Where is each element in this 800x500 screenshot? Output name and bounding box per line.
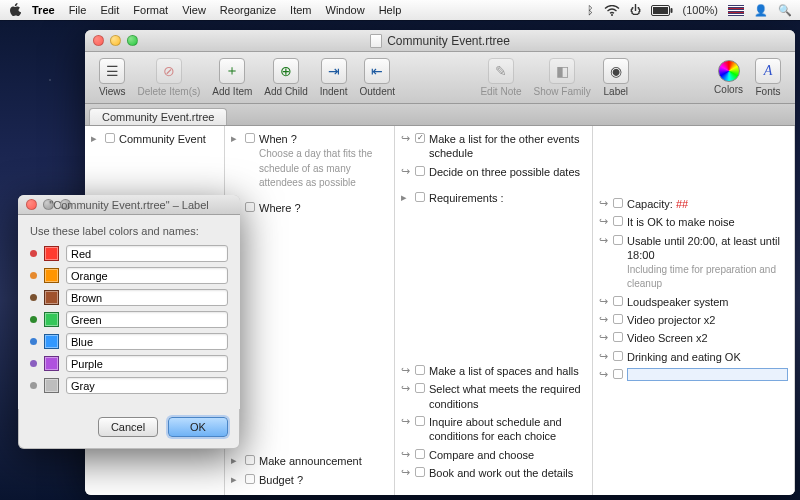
svg-rect-5 <box>728 6 744 7</box>
list-item[interactable]: ↪Usable until 20:00, at least until 18:0… <box>593 232 794 293</box>
checkbox[interactable] <box>613 314 623 324</box>
ok-button[interactable]: OK <box>168 417 228 437</box>
checkbox[interactable] <box>245 202 255 212</box>
checkbox[interactable] <box>613 332 623 342</box>
checkbox[interactable] <box>613 235 623 245</box>
battery-icon[interactable] <box>651 5 673 16</box>
list-item[interactable]: ↪Compare and choose <box>395 446 592 464</box>
checkbox[interactable] <box>415 166 425 176</box>
checkbox[interactable] <box>415 383 425 393</box>
label-swatch[interactable] <box>44 378 59 393</box>
menu-reorganize[interactable]: Reorganize <box>220 4 276 16</box>
list-item[interactable]: ↪Capacity: ## <box>593 195 794 213</box>
views-button[interactable]: ☰Views <box>93 56 132 99</box>
flag-icon[interactable] <box>728 5 744 16</box>
label-swatch[interactable] <box>44 246 59 261</box>
item-requirements[interactable]: ▸Requirements : <box>395 189 592 207</box>
checkbox[interactable] <box>245 455 255 465</box>
chevron-right-icon[interactable]: ▸ <box>231 132 241 145</box>
checkbox[interactable] <box>415 449 425 459</box>
menubar: Tree File Edit Format View Reorganize It… <box>0 0 800 20</box>
power-icon[interactable]: ⏻ <box>630 4 641 16</box>
outdent-button[interactable]: ⇤Outdent <box>354 56 402 99</box>
label-swatch[interactable] <box>44 290 59 305</box>
label-swatch[interactable] <box>44 268 59 283</box>
show-family-button: ◧Show Family <box>528 56 597 99</box>
checkbox[interactable] <box>613 369 623 379</box>
list-item[interactable]: ↪Make a list for the other events schedu… <box>395 130 592 163</box>
cancel-button[interactable]: Cancel <box>98 417 158 437</box>
item-where[interactable]: ▸Where ? <box>225 199 394 217</box>
checkbox[interactable] <box>613 216 623 226</box>
menu-window[interactable]: Window <box>326 4 365 16</box>
list-item[interactable]: ↪Book and work out the details <box>395 464 592 482</box>
spotlight-icon[interactable]: 🔍 <box>778 4 792 17</box>
window-title: Community Event.rtree <box>387 34 510 48</box>
label-name-input[interactable] <box>66 245 228 262</box>
list-item[interactable]: ↪Select what meets the required conditio… <box>395 380 592 413</box>
list-item[interactable]: ↪Loudspeaker system <box>593 293 794 311</box>
dialog-titlebar[interactable]: "Community Event.rtree" – Label <box>18 195 240 215</box>
label-swatch[interactable] <box>44 356 59 371</box>
list-item[interactable]: ↪Video Screen x2 <box>593 329 794 347</box>
checkbox[interactable] <box>415 133 425 143</box>
checkbox[interactable] <box>415 467 425 477</box>
list-item[interactable]: ↪Decide on three possible dates <box>395 163 592 181</box>
titlebar[interactable]: Community Event.rtree <box>85 30 795 52</box>
indent-button[interactable]: ⇥Indent <box>314 56 354 99</box>
chevron-right-icon[interactable]: ▸ <box>231 473 241 486</box>
label-swatch[interactable] <box>44 334 59 349</box>
chevron-right-icon[interactable]: ▸ <box>91 132 101 145</box>
label-button[interactable]: ◉Label <box>597 56 635 99</box>
label-row <box>30 289 228 306</box>
menu-item[interactable]: Item <box>290 4 311 16</box>
checkbox[interactable] <box>245 133 255 143</box>
checkbox[interactable] <box>245 474 255 484</box>
bluetooth-icon[interactable]: ᛒ <box>587 4 594 16</box>
checkbox[interactable] <box>415 416 425 426</box>
label-swatch[interactable] <box>44 312 59 327</box>
list-item[interactable]: ↪Drinking and eating OK <box>593 348 794 366</box>
label-name-input[interactable] <box>66 311 228 328</box>
label-name-input[interactable] <box>66 267 228 284</box>
tab-document[interactable]: Community Event.rtree <box>89 108 227 125</box>
column-2: ▸When ?Choose a day that fits the schedu… <box>225 126 395 495</box>
menu-format[interactable]: Format <box>133 4 168 16</box>
item-community-event[interactable]: ▸Community Event <box>85 130 224 148</box>
checkbox[interactable] <box>613 351 623 361</box>
menu-edit[interactable]: Edit <box>100 4 119 16</box>
svg-rect-7 <box>728 10 744 11</box>
label-name-input[interactable] <box>66 377 228 394</box>
checkbox[interactable] <box>613 198 623 208</box>
wifi-icon[interactable] <box>604 5 620 16</box>
add-child-button[interactable]: ⊕Add Child <box>258 56 313 99</box>
apple-menu[interactable] <box>8 3 22 17</box>
checkbox[interactable] <box>415 192 425 202</box>
item-when[interactable]: ▸When ?Choose a day that fits the schedu… <box>225 130 394 191</box>
app-name[interactable]: Tree <box>32 4 55 16</box>
label-dot <box>30 360 37 367</box>
list-item[interactable]: ↪Make a list of spaces and halls <box>395 362 592 380</box>
item-announce[interactable]: ▸Make announcement <box>225 452 394 470</box>
editing-item[interactable]: ↪ <box>593 366 794 383</box>
user-icon[interactable]: 👤 <box>754 4 768 17</box>
item-budget[interactable]: ▸Budget ? <box>225 471 394 489</box>
list-item[interactable]: ↪Video projector x2 <box>593 311 794 329</box>
checkbox[interactable] <box>613 296 623 306</box>
checkbox[interactable] <box>415 365 425 375</box>
list-item[interactable]: ↪It is OK to make noise <box>593 213 794 231</box>
chevron-right-icon[interactable]: ▸ <box>401 191 411 204</box>
chevron-right-icon[interactable]: ▸ <box>231 454 241 467</box>
list-item[interactable]: ↪Inquire about schedule and conditions f… <box>395 413 592 446</box>
add-item-button[interactable]: ＋Add Item <box>206 56 258 99</box>
text-input[interactable] <box>627 368 788 381</box>
label-name-input[interactable] <box>66 289 228 306</box>
colors-button[interactable]: Colors <box>708 58 749 97</box>
menu-help[interactable]: Help <box>379 4 402 16</box>
menu-view[interactable]: View <box>182 4 206 16</box>
checkbox[interactable] <box>105 133 115 143</box>
fonts-button[interactable]: AFonts <box>749 56 787 99</box>
menu-file[interactable]: File <box>69 4 87 16</box>
label-name-input[interactable] <box>66 355 228 372</box>
label-name-input[interactable] <box>66 333 228 350</box>
